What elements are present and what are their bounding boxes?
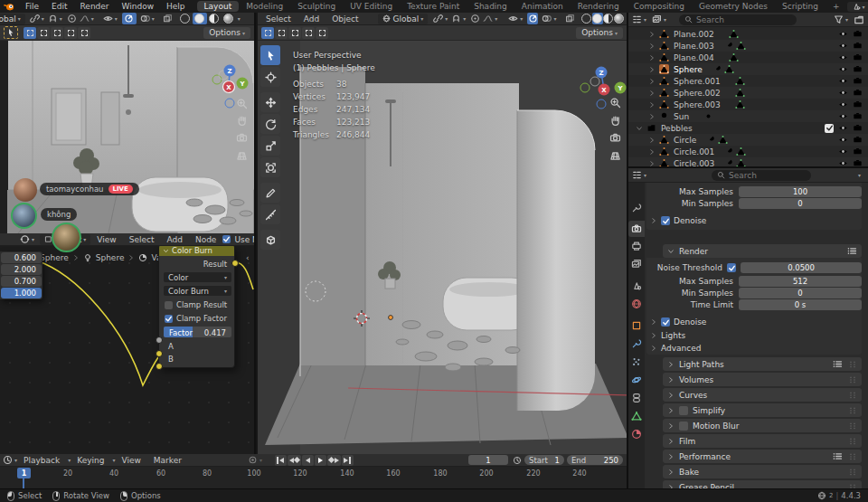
expand-icon[interactable] [648,54,656,62]
node-menu-select[interactable]: Select [123,235,161,244]
blend-mode-select-2[interactable]: Color Burn▾ [164,286,231,296]
collapse-icon[interactable] [636,125,643,132]
timeline-menu-playback[interactable]: Playback [17,456,66,465]
add-workspace-button[interactable]: + [826,1,847,12]
play-button[interactable] [315,455,326,466]
object-name[interactable]: Circle.001 [674,147,714,156]
noise-threshold-checkbox[interactable] [727,263,736,272]
tab-material[interactable] [631,429,642,440]
end-frame-field[interactable]: End250 [567,455,623,465]
render-visibility-icon[interactable] [853,158,863,168]
expand-icon[interactable] [648,66,656,73]
render-visibility-icon[interactable] [853,111,863,121]
timeline-editor-icon[interactable] [3,455,13,465]
tab-constraints[interactable] [631,393,642,403]
jump-to-end-button[interactable] [342,455,354,466]
color-burn-node[interactable]: Color Burn Result Color▾ Color Burn▾ Cla… [158,244,235,368]
pan-hand-icon[interactable] [236,115,248,127]
outliner-row[interactable]: Circle.001 [628,146,868,157]
lights-subpanel[interactable]: Lights [650,330,685,341]
object-name[interactable]: Plane.003 [674,42,714,51]
render-visibility-icon[interactable] [853,135,863,145]
hide-eye-icon[interactable] [838,88,848,98]
tool-cursor[interactable] [260,67,280,87]
timeline[interactable]: ▾ Playback▾ Keying▾ View Marker ▾ 1 Star… [0,454,628,488]
drag-grip-icon[interactable] [848,437,857,446]
streamer-avatar[interactable] [14,178,37,202]
clamp-factor-checkbox[interactable] [165,315,173,323]
clamp-result-checkbox[interactable] [165,301,173,309]
menu-render[interactable]: Render [74,2,116,11]
tool-scale[interactable] [260,136,280,156]
section-menu-icon[interactable] [833,359,843,369]
tool-move[interactable] [260,92,280,112]
node-menu-node[interactable]: Node [189,235,223,244]
tab-rendering[interactable]: Rendering [571,1,627,12]
perspective-toggle-icon[interactable] [609,149,621,161]
drag-grip-icon[interactable] [848,375,857,384]
object-name[interactable]: Sphere.002 [674,89,721,98]
tab-physics[interactable] [631,374,642,385]
breadcrumb-object[interactable]: Sphere [40,253,69,262]
editor-type-icon[interactable] [20,234,30,244]
drag-grip-icon[interactable] [848,468,857,477]
outliner-row[interactable]: Sphere.003 [628,99,868,110]
speaker-avatar[interactable] [52,223,81,252]
outliner-row[interactable]: Circle.003 [628,157,868,168]
timeline-menu-keying[interactable]: Keying [71,456,110,465]
jump-to-start-button[interactable] [275,455,287,466]
properties-editor[interactable]: ▾ Search ▾ Ma [628,168,868,488]
tab-sculpting[interactable]: Sculpting [290,1,343,12]
outliner-search[interactable]: Search [679,14,797,25]
play-reverse-button[interactable] [302,455,314,466]
section-bake[interactable]: Bake [663,465,862,478]
section-menu-icon[interactable] [833,451,843,461]
object-name[interactable]: Sun [674,112,689,121]
render-visibility-icon[interactable] [853,88,863,98]
expand-icon[interactable] [648,137,656,144]
expand-icon[interactable] [648,43,656,50]
denoise-checkbox[interactable] [661,216,670,225]
render-visibility-icon[interactable] [853,41,863,51]
use-nodes-checkbox[interactable] [222,235,231,243]
timeline-menu-view[interactable]: View [115,456,146,465]
render-visibility-icon[interactable] [853,29,863,39]
tab-data[interactable] [631,411,642,421]
properties-icon[interactable] [632,170,642,180]
outliner-row[interactable]: Plane.004 [628,52,868,63]
pan-hand-icon[interactable] [609,115,621,127]
auto-key-icon[interactable] [248,455,258,465]
blend-mode-select-1[interactable]: Color▾ [164,272,231,282]
tab-particles[interactable] [631,356,642,367]
hide-eye-icon[interactable] [838,158,848,168]
playhead-badge[interactable]: 1 [17,468,31,478]
outliner-row[interactable]: Plane.003 [628,40,868,52]
object-name[interactable]: Sphere.003 [674,100,721,109]
min-samples-field[interactable]: 0 [739,198,862,209]
input-b-socket[interactable] [156,363,163,370]
tab-uv-editing[interactable]: UV Editing [343,1,400,12]
camera-view-icon[interactable] [236,132,248,144]
filter-funnel-icon[interactable] [834,14,844,24]
hide-eye-icon[interactable] [838,111,848,121]
outliner-row-active[interactable]: Sphere [628,63,868,75]
camera-view-icon[interactable] [609,132,621,144]
hide-eye-icon[interactable] [838,76,848,86]
tab-render-active[interactable] [631,223,642,234]
render-min-samples-field[interactable]: 0 [739,288,862,298]
timeline-ruler[interactable]: 20 40 60 80 100 120 140 160 180 200 220 … [0,467,627,488]
stopwatch-icon[interactable] [513,456,522,465]
noise-threshold-field[interactable]: 0.0500 [741,262,862,273]
tab-layout[interactable]: Layout [197,1,240,12]
time-limit-field[interactable]: 0 s [739,299,862,310]
tab-world[interactable] [631,298,642,309]
shader-node-editor[interactable]: ▾ Object▾ View Select Add Node Use Nodes… [0,233,256,454]
motion-blur-checkbox[interactable] [679,421,688,431]
popup-value-field[interactable]: 0.700 [1,276,42,287]
outliner-row[interactable]: Plane.002 [628,28,868,40]
main-3d-viewport[interactable]: Select Add Object Global▾ ▾ ▾ ▾ ▾ ▾ [258,13,628,454]
tab-scripting[interactable]: Scripting [775,1,826,12]
section-film[interactable]: Film [663,434,862,448]
result-output-socket[interactable] [231,260,239,267]
tab-view-layer[interactable] [631,259,642,270]
